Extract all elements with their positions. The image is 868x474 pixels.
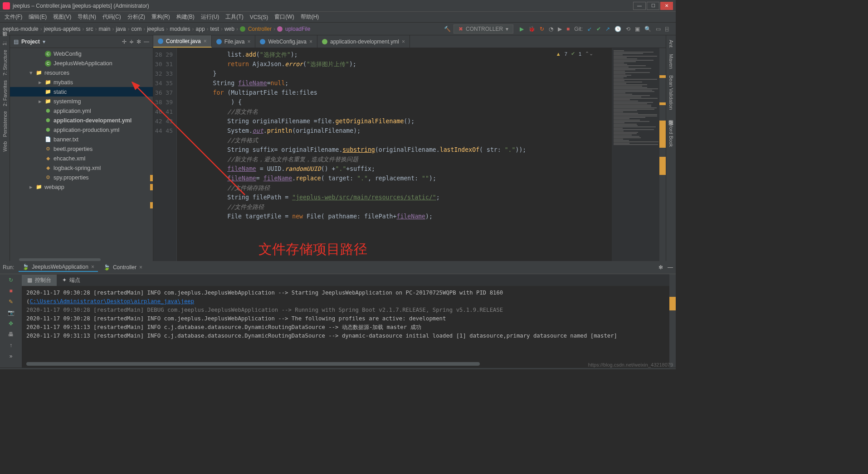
- tree-row[interactable]: ▸📁webapp: [10, 182, 153, 192]
- inspection-widget[interactable]: ▲7 ✔1 ⌃⌄: [556, 51, 593, 57]
- run-hide-icon[interactable]: —: [668, 264, 673, 271]
- breadcrumb-segment[interactable]: modules: [170, 26, 190, 32]
- git-push-icon[interactable]: ↗: [605, 26, 610, 32]
- rerun-icon[interactable]: ↻: [9, 277, 13, 283]
- console-tab[interactable]: ▦控制台: [22, 275, 57, 286]
- git-update-icon[interactable]: ↙: [587, 26, 592, 32]
- project-view-icon[interactable]: ▤: [14, 39, 19, 45]
- tool-window-button[interactable]: Bean Validation: [668, 75, 674, 110]
- tool-window-button[interactable]: 1: 项目: [1, 40, 8, 45]
- tree-row[interactable]: ⬢application-development.yml: [10, 116, 153, 125]
- tree-row[interactable]: CWebConfig: [10, 49, 153, 58]
- project-title[interactable]: Project: [21, 39, 40, 45]
- breadcrumb-segment[interactable]: app: [196, 26, 205, 32]
- minimap[interactable]: [611, 48, 666, 261]
- tree-row[interactable]: CJeeplusWebApplication: [10, 58, 153, 68]
- edit-icon[interactable]: ✎: [9, 299, 13, 305]
- menu-item[interactable]: 运行(U): [198, 12, 222, 22]
- run-tab[interactable]: 🍃Controller ×: [100, 263, 146, 272]
- breadcrumb-segment[interactable]: jeeplus-applets: [44, 26, 81, 32]
- breadcrumb-class[interactable]: Controller: [248, 26, 272, 32]
- up-icon[interactable]: ↑: [10, 342, 12, 348]
- stop-run-icon[interactable]: ■: [9, 288, 12, 294]
- close-button[interactable]: ✕: [660, 2, 673, 10]
- tree-row[interactable]: ▸📁mybatis: [10, 77, 153, 87]
- editor-marker-strip[interactable]: [659, 48, 666, 261]
- stop-icon[interactable]: ■: [566, 26, 570, 32]
- tree-row[interactable]: ▾📁resources: [10, 68, 153, 77]
- breadcrumb-segment[interactable]: jeeplus: [147, 26, 164, 32]
- breadcrumb-segment[interactable]: test: [210, 26, 219, 32]
- console-h-scrollbar[interactable]: [26, 362, 480, 366]
- breadcrumb[interactable]: eeplus-module›jeeplus-applets›src›main›j…: [3, 26, 442, 32]
- expand-all-icon[interactable]: ≑: [129, 39, 134, 45]
- breadcrumb-segment[interactable]: src: [86, 26, 93, 32]
- breadcrumb-method[interactable]: uploadFile: [285, 26, 310, 32]
- tab-close-icon[interactable]: ×: [247, 39, 250, 45]
- run-tab[interactable]: 🍃JeeplusWebApplication ×: [19, 263, 98, 272]
- git-rollback-icon[interactable]: ⟲: [626, 26, 630, 32]
- chevron-down-icon[interactable]: ▾: [43, 39, 45, 45]
- menu-item[interactable]: 帮助(H): [298, 12, 322, 22]
- tree-row[interactable]: ⚙spy.properties: [10, 173, 153, 182]
- search-everywhere-icon[interactable]: 🔍: [644, 26, 651, 32]
- menu-item[interactable]: 窗口(W): [272, 12, 297, 22]
- tree-row[interactable]: ◆logback-spring.xml: [10, 163, 153, 173]
- settings-icon[interactable]: ✻: [137, 39, 141, 45]
- profile-icon[interactable]: ◔: [549, 26, 553, 32]
- editor-tab[interactable]: Controller.java×: [153, 35, 212, 48]
- layout-icon[interactable]: ✥: [9, 320, 13, 327]
- tab-close-icon[interactable]: ×: [91, 264, 94, 270]
- git-history-icon[interactable]: 🕓: [614, 26, 621, 32]
- tab-close-icon[interactable]: ×: [204, 38, 207, 44]
- tree-row[interactable]: ▸📁systemImg: [10, 97, 153, 106]
- menu-item[interactable]: 视图(V): [50, 12, 74, 22]
- coverage-icon[interactable]: ↻: [540, 26, 544, 32]
- tool-window-button[interactable]: Maven: [668, 54, 674, 69]
- breadcrumb-segment[interactable]: com: [131, 26, 141, 32]
- console-output[interactable]: 2020-11-17 09:30:28 [restartedMain] INFO…: [22, 286, 669, 362]
- hammer-icon[interactable]: 🔨: [444, 26, 451, 32]
- editor-tab[interactable]: application-development.yml×: [317, 35, 410, 48]
- line-gutter[interactable]: 28 29 30 31 32 33 34 35 36 37 38 39 40 4…: [153, 48, 177, 261]
- run-config-selector[interactable]: 🔨 ✖CONTROLLER▾: [444, 24, 513, 34]
- git-commit-icon[interactable]: ✔: [596, 26, 601, 32]
- run-icon[interactable]: ▶: [520, 26, 524, 32]
- print-icon[interactable]: 🖶: [8, 331, 14, 338]
- menu-item[interactable]: 代码(C): [100, 12, 124, 22]
- more-icon[interactable]: »: [10, 353, 13, 359]
- attach-icon[interactable]: ▶: [558, 26, 562, 32]
- tab-close-icon[interactable]: ×: [139, 264, 142, 271]
- menu-item[interactable]: 导航(N): [75, 12, 99, 22]
- breadcrumb-segment[interactable]: main: [98, 26, 110, 32]
- project-tree[interactable]: CWebConfigCJeeplusWebApplication▾📁resour…: [10, 48, 153, 257]
- tool-window-button[interactable]: 7: Structure: [2, 50, 8, 76]
- menu-item[interactable]: 分析(Z): [125, 12, 148, 22]
- tool-window-button[interactable]: Word Book: [668, 122, 674, 147]
- tree-row[interactable]: ◆ehcache.xml: [10, 154, 153, 163]
- menu-item[interactable]: 构建(B): [174, 12, 197, 22]
- camera-icon[interactable]: 📷: [8, 310, 15, 316]
- hide-icon[interactable]: —: [144, 39, 149, 45]
- debug-icon[interactable]: 🐞: [528, 26, 535, 32]
- editor-tab[interactable]: File.java×: [212, 35, 256, 48]
- tab-close-icon[interactable]: ×: [402, 39, 405, 45]
- tree-row[interactable]: 📁static: [10, 87, 153, 97]
- updown-icon[interactable]: ⌃⌄: [585, 51, 593, 57]
- tool-window-button[interactable]: Web: [2, 141, 8, 151]
- menu-item[interactable]: 重构(R): [149, 12, 173, 22]
- code-editor[interactable]: list.add("选择文件"); return AjaxJson.error(…: [177, 48, 666, 261]
- menu-item[interactable]: VCS(S): [247, 13, 271, 21]
- tab-close-icon[interactable]: ×: [309, 39, 312, 45]
- menu-item[interactable]: 工具(T): [223, 12, 246, 22]
- project-structure-icon[interactable]: ⌸: [665, 26, 668, 32]
- breadcrumb-segment[interactable]: eeplus-module: [3, 26, 39, 32]
- breadcrumb-segment[interactable]: web: [224, 26, 234, 32]
- tree-row[interactable]: ⬢application-production.yml: [10, 125, 153, 135]
- tree-row[interactable]: 📄banner.txt: [10, 135, 153, 144]
- editor-tab[interactable]: WebConfig.java×: [255, 35, 317, 48]
- menu-item[interactable]: 编辑(E): [26, 12, 49, 22]
- menu-item[interactable]: 文件(F): [2, 12, 25, 22]
- console-tab[interactable]: ✦端点: [57, 275, 86, 286]
- locate-icon[interactable]: ✢: [122, 39, 127, 45]
